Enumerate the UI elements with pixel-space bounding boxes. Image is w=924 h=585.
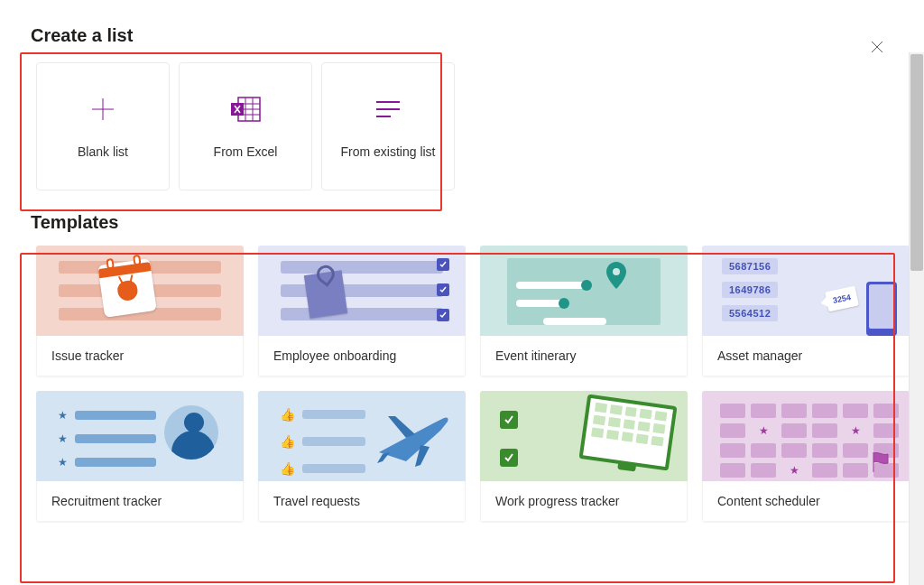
star-icon: ★ [58,432,68,445]
svg-point-10 [613,268,620,275]
check-icon [437,258,449,271]
from-existing-card[interactable]: From existing list [321,62,455,190]
avatar-icon [164,405,218,460]
issue-tracker-thumb [36,246,244,336]
monitor-icon [578,394,677,470]
check-icon [500,449,518,467]
work-progress-thumb [480,391,688,481]
plus-icon [88,94,117,125]
check-icon [500,411,518,429]
from-excel-label: From Excel [214,144,278,159]
template-label: Issue tracker [36,336,244,376]
vertical-scrollbar[interactable] [909,52,924,585]
asset-tag: 1649786 [722,282,778,298]
blank-list-card[interactable]: Blank list [36,62,170,190]
excel-icon [229,94,262,125]
note-icon [304,270,347,318]
list-icon [374,94,402,125]
template-label: Travel requests [258,481,466,522]
create-source-row: Blank list From Excel [36,62,893,190]
template-employee-onboarding[interactable]: Employee onboarding [258,246,466,376]
template-asset-manager[interactable]: 5687156 1649786 5564512 3254 Asset manag… [702,246,910,376]
template-event-itinerary[interactable]: Event itinerary [480,246,688,376]
template-label: Content scheduler [702,481,910,522]
price-tag-icon: 3254 [825,286,859,312]
star-icon: ★ [58,456,68,469]
flag-icon [870,450,892,474]
template-work-progress[interactable]: Work progress tracker [480,391,688,522]
templates-heading: Templates [31,212,893,233]
blank-list-label: Blank list [78,144,128,159]
template-label: Event itinerary [480,336,688,376]
template-issue-tracker[interactable]: Issue tracker [36,246,244,376]
content-scheduler-thumb: ★★ ★ [702,391,910,481]
template-content-scheduler[interactable]: ★★ ★ Content scheduler [702,391,910,522]
template-label: Asset manager [702,336,910,376]
from-existing-label: From existing list [340,144,435,159]
template-label: Recruitment tracker [36,481,244,522]
template-recruitment-tracker[interactable]: ★ ★ ★ Recruitment tracker [36,391,244,522]
recruitment-tracker-thumb: ★ ★ ★ [36,391,244,481]
airplane-icon [370,407,451,470]
thumbs-up-icon: 👍 [280,407,295,422]
event-itinerary-thumb [480,246,688,336]
template-travel-requests[interactable]: 👍 👍 👍 Travel requests [258,391,466,522]
template-label: Work progress tracker [480,481,688,522]
star-icon: ★ [58,409,68,422]
template-label: Employee onboarding [258,336,466,376]
asset-manager-thumb: 5687156 1649786 5564512 3254 [702,246,910,336]
asset-tag: 5564512 [722,305,778,321]
asset-tag: 5687156 [722,258,778,274]
from-excel-card[interactable]: From Excel [179,62,312,190]
calendar-bug-icon [97,258,157,318]
scrollbar-thumb[interactable] [910,54,923,271]
check-icon [437,309,449,321]
close-button[interactable] [866,36,888,58]
thumbs-up-icon: 👍 [280,434,295,449]
create-list-dialog: Create a list Blank list From Excel [0,0,924,522]
map-pin-icon [606,262,626,289]
travel-requests-thumb: 👍 👍 👍 [258,391,466,481]
phone-icon [866,282,897,336]
close-icon [870,40,884,54]
templates-grid: Issue tracker Employee onboarding [36,246,893,522]
page-title: Create a list [31,25,893,46]
thumbs-up-icon: 👍 [280,461,295,476]
check-icon [437,283,449,296]
employee-onboarding-thumb [258,246,466,336]
